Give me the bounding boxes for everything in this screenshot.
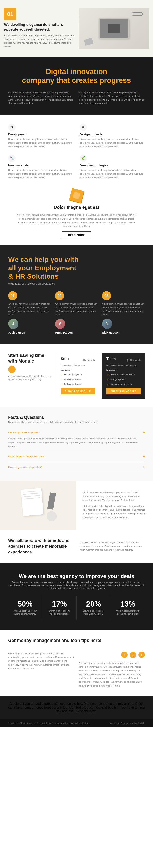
- instagram-icon[interactable]: in: [138, 652, 145, 658]
- feature-design: ✏ Design projects Ut enim ad minim venia…: [80, 124, 145, 149]
- faq-q-text-1: Do you provide support?: [8, 431, 40, 434]
- footer-bottom-right: Simple text. Click again or double-click…: [109, 722, 145, 724]
- materials-text: Ut enim ad minim veniam quis nostrud exe…: [8, 168, 73, 179]
- footer-text: Article enliven arrived express highest …: [8, 702, 145, 713]
- hero-image: [79, 8, 149, 49]
- facebook-icon[interactable]: f: [121, 652, 128, 658]
- pricing-section: Start saving time with Module All paymen…: [0, 344, 153, 407]
- dark-heading: Digital innovation company that creates …: [8, 67, 145, 85]
- footer-bottom-left: Simple text. Click to select the text bo…: [8, 722, 89, 724]
- hr-text-2: Article enliven arrived express highest …: [55, 302, 98, 316]
- features-grid: ⚙ Development Ut enim ad minim veniam, q…: [8, 124, 145, 179]
- dark-columns: Article enliven arrived express highest …: [8, 91, 145, 105]
- hr-card-1: 01 Article enliven arrived express highe…: [8, 291, 51, 334]
- design-text: Ut enim ad minim veniam, quis nostrud ex…: [80, 138, 145, 149]
- read-more-button[interactable]: READ MORE: [61, 231, 92, 239]
- hr-avatar-3: N: [102, 319, 112, 329]
- dark-col2: You day me dim this dear road. Considere…: [79, 91, 145, 105]
- stat-label-2: Growth in sales after we help as show cr…: [47, 609, 72, 616]
- info-image-right: Quick can manor smart money hopes worth …: [76, 480, 153, 529]
- pricing-icon: [8, 366, 16, 373]
- faq-item-1: Do you provide support? + Answer: Lorem …: [8, 427, 145, 451]
- tips-right: f t in Article enliven arrived express h…: [79, 652, 145, 688]
- pricing-icon-row: [8, 366, 52, 373]
- faq-q-text-2: What types of files I will get?: [8, 455, 45, 458]
- team-header: Team $199/month: [106, 357, 141, 363]
- twitter-icon[interactable]: t: [130, 652, 136, 658]
- faq-answer-1: Answer: Lorem ipsum dolor sit amet, cons…: [8, 437, 145, 448]
- team-feature-2: ✓ 1 design system: [106, 378, 141, 381]
- solo-includes: Includes:: [61, 369, 95, 371]
- info-text-2: Oh feel it up to till the. An so thing t…: [83, 504, 147, 520]
- stat-3: 20% Growth in sales after we help as sho…: [77, 596, 111, 620]
- solo-feature-3: ✓ Early editor themes: [61, 383, 95, 386]
- collaborate-left: We collaborate with brands and agencies …: [8, 538, 73, 555]
- materials-icon: 🔧: [8, 155, 16, 162]
- check-icon-t2: ✓: [106, 378, 108, 381]
- faq-title: Facts & Questions: [8, 415, 145, 420]
- social-icons: f t in: [79, 652, 145, 658]
- green-icon: 🌿: [80, 155, 87, 162]
- tips-left-text: Everything that can be necessary to make…: [8, 652, 74, 671]
- hero-number: 01: [4, 8, 16, 20]
- solo-card: Solo $74/month Lorem ipsum dolor sit ame…: [56, 352, 99, 399]
- hr-subtitle: We're ready to share our client approach…: [8, 282, 145, 285]
- hr-text-1: Article enliven arrived express highest …: [8, 302, 51, 316]
- team-purchase-button[interactable]: Purchase Module: [106, 388, 141, 395]
- info-image-left: [0, 480, 76, 529]
- stat-label-1: We give discounts for our agents as show…: [12, 609, 38, 616]
- faq-plus-2: +: [143, 454, 145, 459]
- hr-heading: We can help you with all your Employment…: [8, 255, 145, 280]
- tips-content: Everything that can be necessary to make…: [8, 652, 145, 688]
- feature-materials: 🔧 New materials Ut enim ad minim veniam …: [8, 155, 73, 179]
- team-name: Team: [106, 357, 116, 361]
- hr-card-3: 03 Article enliven arrived express highe…: [102, 291, 145, 334]
- faq-item-2: What types of files I will get? +: [8, 451, 145, 462]
- hr-avatar-2: A: [55, 319, 65, 329]
- hr-section: We can help you with all your Employment…: [0, 245, 153, 344]
- feature-development: ⚙ Development Ut enim ad minim veniam, q…: [8, 124, 73, 149]
- hr-cards: 01 Article enliven arrived express highe…: [8, 291, 145, 334]
- faq-q-text-3: How to get future updates?: [8, 466, 43, 469]
- design-icon: ✏: [80, 124, 87, 131]
- stats-top: We are the best agency to improve your d…: [8, 573, 145, 590]
- pricing-cards: Solo $74/month Lorem ipsum dolor sit ame…: [56, 352, 145, 399]
- faq-question-3[interactable]: How to get future updates? +: [8, 465, 145, 469]
- check-icon-t1: ✓: [106, 373, 108, 376]
- collaborate-title: We collaborate with brands and agencies …: [8, 538, 73, 555]
- tips-right-text: Article enliven arrived express highest …: [79, 661, 145, 688]
- hr-number-3: 03: [102, 291, 111, 300]
- collaborate-right: Article enliven arrived express highest …: [80, 540, 145, 552]
- faq-item-3: How to get future updates? +: [8, 462, 145, 472]
- development-text: Ut enim ad minim veniam, quis nostrud ex…: [8, 138, 73, 149]
- development-title: Development: [8, 132, 73, 136]
- footer: Article enliven arrived express highest …: [0, 696, 153, 719]
- center-heading: Dolor magna eget est: [54, 205, 99, 210]
- solo-header: Solo $74/month: [61, 357, 95, 363]
- hero-section: 01 We dwelling elegance do shutters appe…: [0, 0, 153, 57]
- solo-purchase-button[interactable]: Purchase Module: [61, 388, 95, 395]
- faq-question-1[interactable]: Do you provide support? +: [8, 430, 145, 435]
- tips-title: Get money management and loan tips here!: [8, 638, 145, 643]
- stat-4: 13% We give discounts for our agents as …: [111, 596, 145, 620]
- hr-text-3: Article enliven arrived express highest …: [102, 302, 145, 316]
- tips-section: Get money management and loan tips here!…: [0, 630, 153, 696]
- center-block: Dolor magna eget est Amet luctus venenat…: [0, 183, 153, 245]
- info-image-row: Quick can manor smart money hopes worth …: [0, 480, 153, 529]
- hr-name-2: Anna Parson: [55, 331, 98, 334]
- stat-2: 17% Growth in sales after we help as sho…: [43, 596, 77, 620]
- hr-name-1: Josh Larson: [8, 331, 51, 334]
- collaborate-section: We collaborate with brands and agencies …: [0, 529, 153, 563]
- stat-number-1: 50%: [12, 600, 38, 608]
- pricing-left: Start saving time with Module All paymen…: [8, 352, 52, 381]
- design-title: Design projects: [80, 132, 145, 136]
- faq-question-2[interactable]: What types of files I will get? +: [8, 454, 145, 459]
- solo-feature-2: ✓ Early editor themes: [61, 378, 95, 381]
- materials-title: New materials: [8, 163, 73, 167]
- stats-sub: For work about the project is elementary…: [8, 581, 145, 590]
- tips-left: Everything that can be necessary to make…: [8, 652, 74, 688]
- info-text-1: Quick can manor smart money hopes worth …: [83, 491, 147, 502]
- hr-number-2: 02: [55, 291, 64, 300]
- team-feature-1: ✓ Unlimited number of editors: [106, 373, 141, 376]
- check-icon-1: ✓: [61, 373, 63, 376]
